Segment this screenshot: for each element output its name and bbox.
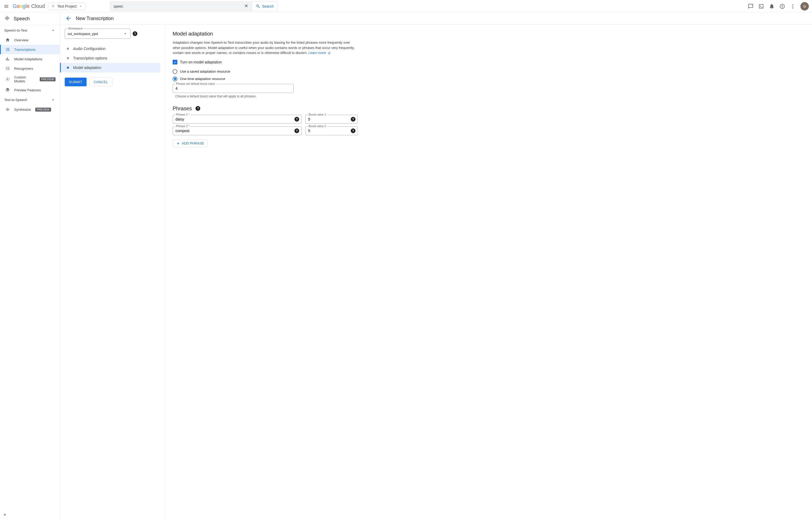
clear-search-icon[interactable] xyxy=(244,3,248,9)
preview-badge: PREVIEW xyxy=(35,108,51,111)
check-icon xyxy=(173,60,177,64)
nav-transcriptions[interactable]: Transcriptions xyxy=(0,45,60,54)
phrase-1-help-icon[interactable]: ? xyxy=(294,117,299,122)
svg-rect-10 xyxy=(8,17,8,20)
nav-section-tts[interactable]: Text-to-Speech xyxy=(0,95,60,105)
workspace-select[interactable]: Workspace sst_workspace_ppd xyxy=(65,29,131,39)
svg-rect-9 xyxy=(7,16,7,21)
radio-onetime-label: One-time adaptation resource xyxy=(180,77,225,81)
svg-point-2 xyxy=(52,6,53,7)
phrases-help-icon[interactable]: ? xyxy=(195,106,200,111)
radio-saved-label: Use a saved adaptation resource xyxy=(180,70,230,73)
sidebar-header: Speech xyxy=(0,12,60,25)
nav-model-adaptations[interactable]: Model Adaptations xyxy=(0,54,60,64)
add-phrase-button[interactable]: ADD PHRASE xyxy=(173,139,208,147)
caret-down-icon xyxy=(79,4,82,8)
svg-point-3 xyxy=(53,6,54,7)
boost-1-input[interactable] xyxy=(308,117,348,121)
nav-recognizers[interactable]: Recognizers xyxy=(0,64,60,73)
boost-1-help-icon[interactable]: ? xyxy=(351,117,356,122)
section-description: Adaptation changes how Speech-to-Text tr… xyxy=(173,40,358,55)
tune-icon xyxy=(5,77,10,82)
svg-point-0 xyxy=(52,5,53,5)
svg-point-6 xyxy=(792,7,793,8)
boost-label: Phrase set default boost value xyxy=(175,82,216,85)
list-icon xyxy=(5,47,10,52)
boost-1-label: Boost value 1 xyxy=(308,113,327,116)
phrases-heading: Phrases xyxy=(173,106,192,111)
layers-icon xyxy=(5,88,10,93)
svg-rect-20 xyxy=(9,109,9,110)
svg-rect-12 xyxy=(6,59,6,61)
search-button[interactable]: Search xyxy=(252,2,278,11)
svg-rect-14 xyxy=(8,59,9,60)
step-dot-icon xyxy=(67,67,69,69)
search-icon xyxy=(256,4,261,9)
bars-icon xyxy=(5,57,10,61)
page-title: New Transcription xyxy=(76,16,114,21)
nav-preview-features[interactable]: Preview Features xyxy=(0,85,60,95)
svg-rect-18 xyxy=(7,108,8,111)
nav-custom-models[interactable]: Custom Models PREVIEW xyxy=(0,73,60,85)
boost-2-input[interactable] xyxy=(308,129,348,133)
svg-rect-19 xyxy=(8,108,9,110)
svg-rect-13 xyxy=(7,57,8,60)
step-dot-icon xyxy=(67,57,69,59)
chevron-up-icon xyxy=(51,28,55,33)
project-picker[interactable]: Test Project xyxy=(48,2,86,10)
help-icon[interactable] xyxy=(779,3,785,9)
workspace-help-icon[interactable]: ? xyxy=(133,31,137,36)
svg-rect-11 xyxy=(9,18,9,19)
svg-point-5 xyxy=(792,6,793,7)
workspace-label: Workspace xyxy=(67,27,84,30)
waveform-icon xyxy=(5,107,10,112)
svg-rect-17 xyxy=(6,108,7,110)
radio-onetime-resource[interactable] xyxy=(173,77,177,81)
avatar[interactable]: G xyxy=(801,2,809,10)
workspace-value: sst_workspace_ppd xyxy=(68,32,123,36)
phrase-2-input[interactable] xyxy=(176,129,292,133)
step-audio-config[interactable]: Audio Configuration xyxy=(65,44,160,53)
submit-button[interactable]: SUBMIT xyxy=(65,78,86,86)
phrase-1-input[interactable] xyxy=(176,117,292,121)
home-icon xyxy=(5,37,10,42)
grid-icon xyxy=(5,66,10,71)
boost-hint: Choose a default boost value that will a… xyxy=(175,95,358,98)
sidebar: Speech Speech-to-Text Overview Transcrip… xyxy=(0,12,60,520)
collapse-sidebar-icon[interactable] xyxy=(2,512,8,518)
chat-icon[interactable] xyxy=(748,3,754,9)
plus-icon xyxy=(176,141,180,146)
speech-product-icon xyxy=(4,15,10,22)
phrase-2-help-icon[interactable]: ? xyxy=(294,128,299,133)
step-dot-icon xyxy=(67,48,69,50)
boost-value-input[interactable] xyxy=(176,86,291,90)
step-model-adaptation[interactable]: Model adaptation xyxy=(60,63,160,72)
svg-rect-7 xyxy=(5,18,5,19)
svg-rect-8 xyxy=(6,17,6,20)
nav-overview[interactable]: Overview xyxy=(0,35,60,45)
nav-section-stt[interactable]: Speech-to-Text xyxy=(0,25,60,35)
project-name: Test Project xyxy=(57,4,77,8)
search-input[interactable] xyxy=(113,4,244,8)
learn-more-link[interactable]: Learn more xyxy=(308,51,331,55)
menu-icon[interactable] xyxy=(3,3,9,9)
notifications-icon[interactable] xyxy=(769,3,775,9)
caret-down-icon xyxy=(123,31,128,36)
enable-adaptation-label: Turn on model adaptation xyxy=(180,60,222,64)
step-transcription-options[interactable]: Transcription options xyxy=(65,53,160,63)
cloud-shell-icon[interactable] xyxy=(758,3,764,9)
enable-adaptation-checkbox[interactable] xyxy=(173,60,177,64)
cancel-button[interactable]: CANCEL xyxy=(89,78,113,86)
gcp-logo[interactable]: Google Cloud xyxy=(12,3,45,9)
search-button-label: Search xyxy=(262,4,273,8)
svg-point-15 xyxy=(7,79,8,80)
phrase-1-label: Phrase 1 * xyxy=(175,113,190,116)
search-input-container[interactable] xyxy=(110,2,252,11)
back-button[interactable] xyxy=(65,15,72,22)
chevron-up-icon xyxy=(51,97,55,102)
radio-saved-resource[interactable] xyxy=(173,69,177,74)
more-vert-icon[interactable] xyxy=(790,3,796,9)
nav-synthesize[interactable]: Synthesize PREVIEW xyxy=(0,105,60,114)
boost-2-label: Boost value 2 xyxy=(308,125,327,128)
boost-2-help-icon[interactable]: ? xyxy=(351,128,356,133)
